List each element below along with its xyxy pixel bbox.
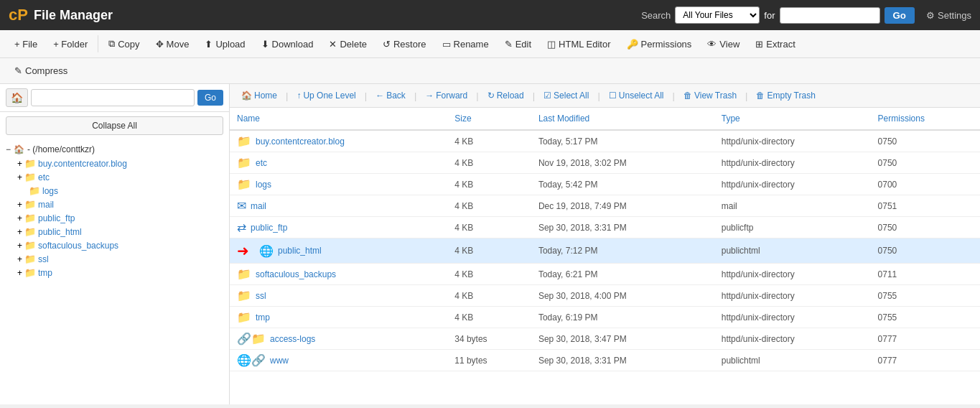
table-row[interactable]: 🌐🔗 www 11 bytes Sep 30, 2018, 3:31 PM pu… <box>230 350 980 371</box>
file-link[interactable]: public_ftp <box>251 223 287 233</box>
nav-empty-trash-button[interactable]: 🗑 Empty Trash <box>750 88 821 103</box>
table-row[interactable]: ⇄ public_ftp 4 KB Sep 30, 2018, 3:31 PM … <box>230 217 980 238</box>
tree-link-tmp[interactable]: tmp <box>38 268 52 278</box>
plus-icon: + <box>17 268 22 278</box>
search-go-button[interactable]: Go <box>885 7 915 24</box>
tree-link-mail[interactable]: mail <box>38 200 54 210</box>
cpanel-icon: cP <box>9 6 28 24</box>
download-icon: ⬇ <box>261 39 269 50</box>
tree-item-public-ftp[interactable]: + 📁 public_ftp <box>17 211 223 225</box>
restore-icon: ↺ <box>383 39 391 50</box>
table-row[interactable]: 🔗📁 access-logs 34 bytes Sep 30, 2018, 3:… <box>230 328 980 350</box>
file-link[interactable]: etc <box>256 158 267 168</box>
table-row[interactable]: 📁 softaculous_backups 4 KB Today, 6:21 P… <box>230 264 980 285</box>
tree-item-etc[interactable]: + 📁 etc <box>17 170 223 184</box>
search-scope-select[interactable]: All Your Files Public HTML Home Director… <box>675 6 760 24</box>
edit-button[interactable]: ✎ Edit <box>498 35 538 53</box>
sidebar-go-button[interactable]: Go <box>197 90 223 106</box>
table-row[interactable]: 📁 tmp 4 KB Today, 6:19 PM httpd/unix-dir… <box>230 307 980 328</box>
move-button[interactable]: ✥ Move <box>149 35 197 53</box>
home-icon: 🏠 <box>14 144 24 154</box>
nav-unselect-all-button[interactable]: ☐ Unselect All <box>603 88 670 103</box>
table-row[interactable]: ➜ 🌐 public_html 4 KB Today, 7:12 PM publ… <box>230 238 980 264</box>
file-link[interactable]: buy.contentcreator.blog <box>256 136 345 147</box>
table-row[interactable]: 📁 ssl 4 KB Sep 30, 2018, 4:00 PM httpd/u… <box>230 285 980 307</box>
table-row[interactable]: 📁 etc 4 KB Nov 19, 2018, 3:02 PM httpd/u… <box>230 152 980 174</box>
tree-link-logs[interactable]: logs <box>42 186 58 196</box>
view-button[interactable]: 👁 View <box>700 35 747 53</box>
nav-home-button[interactable]: 🏠 Home <box>235 88 283 103</box>
rename-button[interactable]: ▭ Rename <box>435 35 496 53</box>
table-row[interactable]: 📁 buy.contentcreator.blog 4 KB Today, 5:… <box>230 130 980 152</box>
globe-icon: 🌐 <box>259 244 274 258</box>
file-name-cell: 📁 softaculous_backups <box>230 264 447 285</box>
search-input[interactable] <box>780 7 880 24</box>
file-permissions: 0750 <box>871 217 980 238</box>
nav-up-level-button[interactable]: ↑ Up One Level <box>291 88 361 103</box>
upload-button[interactable]: ⬆ Upload <box>197 35 252 53</box>
tree-item-ssl[interactable]: + 📁 ssl <box>17 252 223 266</box>
extract-button[interactable]: ⊞ Extract <box>748 35 802 53</box>
file-type: httpd/unix-directory <box>714 152 871 174</box>
globe-link-icon: 🌐🔗 <box>237 353 266 367</box>
tree-link-public-ftp[interactable]: public_ftp <box>38 213 75 223</box>
file-link[interactable]: ssl <box>256 291 266 301</box>
col-name-header[interactable]: Name <box>230 108 447 130</box>
new-file-button[interactable]: + File <box>7 35 45 53</box>
file-permissions: 0750 <box>871 152 980 174</box>
delete-button[interactable]: ✕ Delete <box>322 35 374 53</box>
header-search: Search All Your Files Public HTML Home D… <box>641 6 971 24</box>
file-link[interactable]: softaculous_backups <box>256 269 336 279</box>
restore-button[interactable]: ↺ Restore <box>375 35 434 53</box>
col-size-header[interactable]: Size <box>447 108 531 130</box>
link-folder-icon: 🔗📁 <box>237 332 266 346</box>
file-link[interactable]: public_html <box>278 246 322 256</box>
file-size: 4 KB <box>447 217 531 238</box>
html-editor-button[interactable]: ◫ HTML Editor <box>540 35 617 53</box>
nav-view-trash-button[interactable]: 🗑 View Trash <box>678 88 742 103</box>
table-row[interactable]: 📁 logs 4 KB Today, 5:42 PM httpd/unix-di… <box>230 174 980 195</box>
col-type-header[interactable]: Type <box>714 108 871 130</box>
file-link[interactable]: logs <box>256 180 271 190</box>
new-folder-button[interactable]: + Folder <box>46 35 95 53</box>
col-modified-header[interactable]: Last Modified <box>531 108 714 130</box>
file-permissions: 0755 <box>871 307 980 328</box>
file-link[interactable]: tmp <box>256 312 270 323</box>
plus-icon: + <box>17 159 22 169</box>
nav-back-button[interactable]: ← Back <box>370 88 411 103</box>
file-link[interactable]: access-logs <box>270 334 315 344</box>
tree-item-buy[interactable]: + 📁 buy.contentcreator.blog <box>17 157 223 170</box>
tree-item-mail[interactable]: + 📁 mail <box>17 198 223 211</box>
file-link[interactable]: mail <box>251 201 266 211</box>
settings-label: Settings <box>938 10 971 21</box>
copy-button[interactable]: ⧉ Copy <box>101 34 146 53</box>
table-row[interactable]: ✉ mail 4 KB Dec 19, 2018, 7:49 PM mail 0… <box>230 195 980 217</box>
sidebar-home-button[interactable]: 🏠 <box>6 88 28 107</box>
tree-item-tmp[interactable]: + 📁 tmp <box>17 266 223 279</box>
settings-button[interactable]: ⚙ Settings <box>926 10 971 21</box>
nav-sep: | <box>673 91 675 101</box>
copy-icon: ⧉ <box>108 38 115 50</box>
tree-item-logs[interactable]: 📁 logs <box>29 184 223 198</box>
file-size: 4 KB <box>447 174 531 195</box>
collapse-all-button[interactable]: Collapse All <box>6 116 223 135</box>
tree-link-buy[interactable]: buy.contentcreator.blog <box>38 159 127 169</box>
col-perms-header[interactable]: Permissions <box>871 108 980 130</box>
tree-link-softaculous[interactable]: softaculous_backups <box>38 241 118 251</box>
tree-link-public-html[interactable]: public_html <box>38 227 82 237</box>
tree-link-etc[interactable]: etc <box>38 172 50 182</box>
tree-item-softaculous[interactable]: + 📁 softaculous_backups <box>17 238 223 252</box>
file-link[interactable]: www <box>270 356 289 366</box>
nav-select-all-button[interactable]: ☑ Select All <box>538 88 594 103</box>
tree-item-public-html[interactable]: + 📁 public_html <box>17 225 223 238</box>
sidebar-path-input[interactable] <box>31 89 195 106</box>
compress-button[interactable]: ✎ Compress <box>7 62 75 80</box>
tree-link-ssl[interactable]: ssl <box>38 254 49 264</box>
download-button[interactable]: ⬇ Download <box>254 35 321 53</box>
permissions-button[interactable]: 🔑 Permissions <box>620 35 699 53</box>
nav-reload-button[interactable]: ↻ Reload <box>482 88 530 103</box>
folder-icon: 📁 <box>24 240 36 251</box>
folder-icon: 📁 <box>24 199 36 210</box>
move-icon: ✥ <box>156 39 164 50</box>
nav-forward-button[interactable]: → Forward <box>419 88 473 103</box>
